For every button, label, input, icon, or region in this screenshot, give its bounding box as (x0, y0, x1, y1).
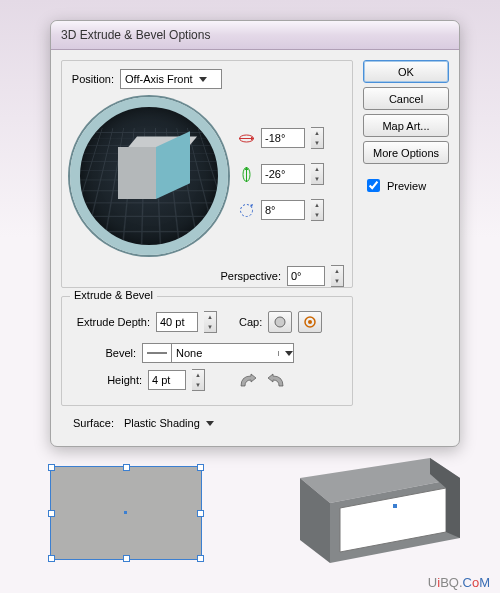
z-axis-icon (238, 202, 255, 219)
bevel-in-button[interactable] (237, 370, 259, 390)
height-spinner[interactable]: ▲▼ (192, 369, 205, 391)
surface-label: Surface: (73, 417, 114, 429)
bevel-out-button[interactable] (265, 370, 287, 390)
svg-point-4 (241, 204, 253, 216)
extruded-3d-box[interactable] (270, 448, 470, 568)
extrude-section-label: Extrude & Bevel (70, 289, 157, 301)
svg-point-7 (308, 320, 312, 324)
watermark: UiBQ.CoM (428, 575, 490, 590)
cap-label: Cap: (239, 316, 262, 328)
height-label: Height: (102, 374, 142, 386)
preview-checkbox[interactable] (367, 179, 380, 192)
selected-2d-rectangle[interactable] (50, 466, 202, 560)
map-art-button[interactable]: Map Art... (363, 114, 449, 137)
cap-off-button[interactable] (298, 311, 322, 333)
dialog-titlebar[interactable]: 3D Extrude & Bevel Options (51, 21, 459, 50)
perspective-label: Perspective: (220, 270, 281, 282)
z-angle-spinner[interactable]: ▲▼ (311, 199, 324, 221)
bevel-label: Bevel: (102, 347, 136, 359)
preview-label: Preview (387, 180, 426, 192)
y-angle-input[interactable] (261, 164, 305, 184)
cap-on-button[interactable] (268, 311, 292, 333)
svg-point-5 (275, 317, 285, 327)
chevron-down-icon (285, 351, 293, 356)
x-angle-spinner[interactable]: ▲▼ (311, 127, 324, 149)
orientation-trackball[interactable] (70, 97, 228, 255)
extrude-depth-input[interactable] (156, 312, 198, 332)
height-input[interactable] (148, 370, 186, 390)
extrude-depth-spinner[interactable]: ▲▼ (204, 311, 217, 333)
dialog-3d-extrude-bevel: 3D Extrude & Bevel Options Position: Off… (50, 20, 460, 447)
y-axis-icon (238, 166, 255, 183)
perspective-spinner[interactable]: ▲▼ (331, 265, 344, 287)
svg-rect-14 (393, 504, 397, 508)
chevron-down-icon (199, 77, 207, 82)
bevel-dropdown[interactable]: None (142, 343, 294, 363)
surface-dropdown[interactable]: Plastic Shading (120, 414, 218, 432)
x-angle-input[interactable] (261, 128, 305, 148)
chevron-down-icon (206, 421, 214, 426)
position-label: Position: (70, 73, 114, 85)
z-angle-input[interactable] (261, 200, 305, 220)
more-options-button[interactable]: More Options (363, 141, 449, 164)
artboard-shapes (0, 448, 500, 578)
dialog-title: 3D Extrude & Bevel Options (61, 28, 210, 42)
extrude-depth-label: Extrude Depth: (72, 316, 150, 328)
x-axis-icon (238, 130, 255, 147)
perspective-input[interactable] (287, 266, 325, 286)
y-angle-spinner[interactable]: ▲▼ (311, 163, 324, 185)
ok-button[interactable]: OK (363, 60, 449, 83)
cancel-button[interactable]: Cancel (363, 87, 449, 110)
position-dropdown[interactable]: Off-Axis Front (120, 69, 222, 89)
